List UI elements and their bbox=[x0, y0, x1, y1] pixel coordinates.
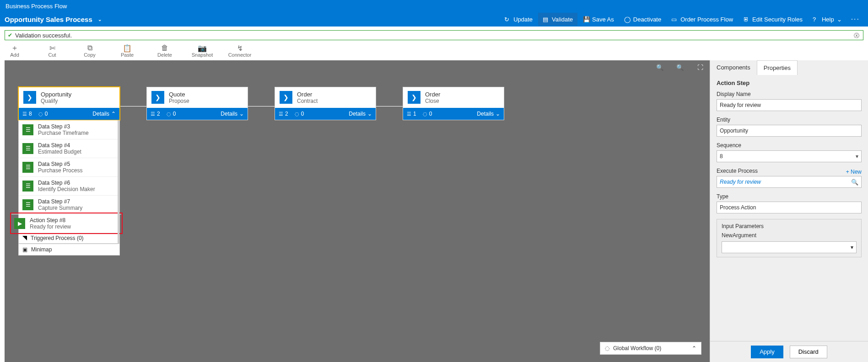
list-icon: ☰ bbox=[22, 199, 33, 210]
execute-input[interactable] bbox=[720, 176, 845, 187]
type-label: Type bbox=[717, 193, 862, 200]
global-workflow-label: Global Workflow (0) bbox=[613, 345, 661, 351]
refresh-icon: ↻ bbox=[504, 16, 511, 22]
input-params-title: Input Parameters bbox=[722, 223, 857, 229]
copy-button[interactable]: ⧉Copy bbox=[80, 44, 100, 58]
copy-icon: ⧉ bbox=[87, 44, 92, 52]
sequence-select[interactable]: 8 bbox=[717, 150, 862, 162]
help-icon: ? bbox=[813, 16, 819, 22]
add-button[interactable]: ＋Add bbox=[5, 44, 25, 58]
details-toggle[interactable]: Details⌄ bbox=[221, 111, 244, 117]
chevron-down-icon: ⌄ bbox=[98, 17, 102, 22]
execute-lookup[interactable]: 🔍 bbox=[717, 176, 862, 188]
discard-button[interactable]: Discard bbox=[790, 346, 827, 358]
data-step-item[interactable]: ☰ Data Step #3 Purchase Timeframe bbox=[19, 120, 119, 139]
orderflow-button[interactable]: ▭ Order Process Flow bbox=[667, 13, 738, 26]
stage-icon: ❯ bbox=[280, 91, 292, 104]
stage-card[interactable]: ❯ Opportunity Qualify ☰ 8 ◌ 0 Details⌃ bbox=[18, 87, 120, 120]
close-icon[interactable]: ⓧ bbox=[854, 32, 859, 40]
loops-icon: ◌ bbox=[423, 111, 427, 117]
step-number: Data Step #7 bbox=[38, 198, 82, 205]
designer-canvas[interactable]: 🔍 🔍 ⛶ ❯ Opportunity Qualify ☰ 8 ◌ 0 Deta… bbox=[5, 60, 710, 362]
update-button[interactable]: ↻ Update bbox=[500, 13, 537, 26]
minimap-icon: ▣ bbox=[22, 246, 27, 253]
displayname-label: Display Name bbox=[717, 91, 862, 97]
stage-subtitle: Close bbox=[425, 98, 440, 104]
entity-input[interactable]: Opportunity bbox=[717, 125, 862, 137]
stage-title: Order bbox=[297, 91, 318, 98]
stage-card[interactable]: ❯ Order Close ☰ 1 ◌ 0 Details⌄ bbox=[403, 87, 504, 120]
chevron-icon: ⌄ bbox=[367, 111, 372, 117]
list-icon: ☰ bbox=[22, 124, 33, 135]
zoom-in-icon[interactable]: 🔍 bbox=[676, 63, 684, 71]
details-toggle[interactable]: Details⌃ bbox=[92, 111, 116, 117]
step-name: Purchase Process bbox=[38, 167, 82, 174]
validation-message: Validation successful. bbox=[15, 32, 72, 39]
apply-button[interactable]: Apply bbox=[751, 346, 783, 358]
scrollbar[interactable] bbox=[118, 120, 119, 243]
deactivate-button[interactable]: ◯ Deactivate bbox=[620, 13, 666, 26]
step-name: Capture Summary bbox=[38, 205, 82, 211]
security-button[interactable]: ⛨ Edit Security Roles bbox=[739, 13, 807, 26]
deactivate-icon: ◯ bbox=[624, 16, 631, 22]
data-step-item[interactable]: ☰ Data Step #4 Estimated Budget bbox=[19, 139, 119, 158]
list-icon: ☰ bbox=[22, 181, 33, 192]
cut-button[interactable]: ✄Cut bbox=[42, 44, 62, 58]
data-step-item[interactable]: ☰ Data Step #6 Identify Decision Maker bbox=[19, 176, 119, 195]
tab-components[interactable]: Components bbox=[710, 60, 757, 75]
stage-card[interactable]: ❯ Order Contract ☰ 2 ◌ 0 Details⌄ bbox=[275, 87, 376, 120]
validate-button[interactable]: ▤ Validate bbox=[538, 13, 577, 26]
zoom-out-icon[interactable]: 🔍 bbox=[656, 63, 664, 71]
saveas-button[interactable]: 💾 Save As bbox=[578, 13, 619, 26]
clipboard-icon: ▤ bbox=[543, 16, 549, 22]
fit-icon[interactable]: ⛶ bbox=[696, 63, 704, 71]
sequence-label: Sequence bbox=[717, 142, 862, 149]
delete-button[interactable]: 🗑Delete bbox=[155, 44, 175, 58]
trash-icon: 🗑 bbox=[161, 44, 168, 52]
help-label: Help bbox=[822, 16, 834, 23]
step-number: Data Step #6 bbox=[38, 180, 95, 186]
update-label: Update bbox=[513, 16, 533, 23]
type-input[interactable]: Process Action bbox=[717, 202, 862, 213]
entity-label: Entity bbox=[717, 117, 862, 123]
breadcrumb-bar: Business Process Flow bbox=[0, 0, 868, 12]
play-icon: ▶ bbox=[14, 218, 25, 229]
loops-icon: ◌ bbox=[167, 111, 171, 117]
page-title-group[interactable]: Opportunity Sales Process ⌄ bbox=[5, 16, 102, 23]
security-icon: ⛨ bbox=[743, 16, 749, 22]
orderflow-label: Order Process Flow bbox=[680, 16, 733, 23]
stage-icon: ❯ bbox=[151, 91, 164, 104]
help-button[interactable]: ? Help ⌄ bbox=[808, 13, 846, 26]
paste-button[interactable]: 📋Paste bbox=[117, 44, 137, 58]
breadcrumb: Business Process Flow bbox=[5, 3, 67, 10]
snapshot-button[interactable]: 📷Snapshot bbox=[192, 44, 212, 58]
stage-title: Order bbox=[425, 91, 440, 98]
action-step-item[interactable]: ▶ Action Step #8 Ready for review bbox=[11, 214, 121, 233]
input-arg-select[interactable]: ▾ bbox=[722, 241, 857, 253]
check-icon: ✔ bbox=[8, 32, 12, 38]
details-toggle[interactable]: Details⌄ bbox=[477, 111, 500, 117]
tab-properties[interactable]: Properties bbox=[757, 60, 798, 75]
loops-icon: ◌ bbox=[38, 111, 43, 117]
global-workflow-bar[interactable]: ◌ Global Workflow (0) ⌃ bbox=[600, 342, 701, 355]
step-name: Identify Decision Maker bbox=[38, 186, 95, 192]
chevron-icon: ⌃ bbox=[111, 111, 116, 117]
minimap-toggle[interactable]: ▣ Minimap bbox=[18, 244, 120, 256]
displayname-input[interactable]: Ready for review bbox=[717, 99, 862, 111]
connector-button[interactable]: ↯Connector bbox=[230, 44, 250, 58]
plus-icon: ＋ bbox=[11, 44, 18, 52]
command-bar: Opportunity Sales Process ⌄ ↻ Update ▤ V… bbox=[0, 12, 868, 27]
data-step-item[interactable]: ☰ Data Step #5 Purchase Process bbox=[19, 158, 119, 176]
minimap-label: Minimap bbox=[31, 246, 52, 253]
steps-icon: ☰ bbox=[151, 111, 155, 117]
details-toggle[interactable]: Details⌄ bbox=[349, 111, 372, 117]
data-step-item[interactable]: ☰ Data Step #7 Capture Summary bbox=[19, 195, 119, 214]
stage-card[interactable]: ❯ Quote Propose ☰ 2 ◌ 0 Details⌄ bbox=[146, 87, 248, 120]
input-parameters-group: Input Parameters NewArgument ▾ bbox=[717, 219, 862, 257]
validation-bar: ✔ Validation successful. ⓧ bbox=[5, 30, 863, 40]
triggered-process[interactable]: Triggered Process (0) bbox=[19, 233, 119, 243]
step-number: Data Step #5 bbox=[38, 161, 82, 167]
new-process-link[interactable]: + New bbox=[846, 169, 862, 175]
more-button[interactable]: ··· bbox=[847, 15, 863, 23]
search-icon[interactable]: 🔍 bbox=[851, 179, 858, 186]
